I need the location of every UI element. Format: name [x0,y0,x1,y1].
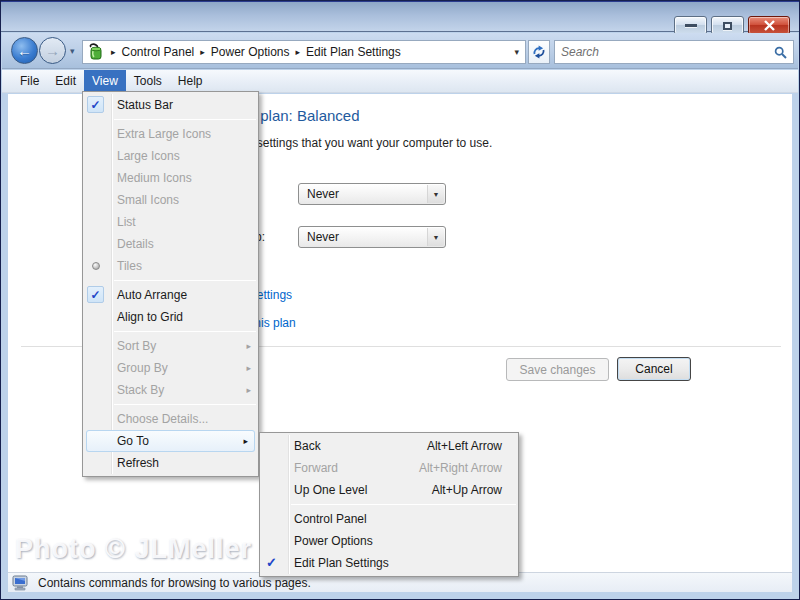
menu-item-label: Medium Icons [117,171,192,185]
submenu-arrow-icon: ▸ [246,379,251,401]
menu-item-label: Sort By [117,339,156,353]
menu-item-label: Extra Large Icons [117,127,211,141]
shortcut-label: Alt+Right Arrow [419,457,502,479]
menu-item-status-bar[interactable]: ✓ Status Bar [83,94,258,116]
menu-item-auto-arrange[interactable]: ✓ Auto Arrange [83,284,258,306]
submenu-item-power-options[interactable]: Power Options [260,530,518,552]
shortcut-label: Alt+Left Arrow [427,435,502,457]
menu-edit[interactable]: Edit [47,70,84,92]
goto-submenu-panel: Back Alt+Left Arrow Forward Alt+Right Ar… [259,432,519,577]
minimize-icon [685,24,697,27]
combo-arrow-icon[interactable]: ▼ [427,228,444,246]
menu-item-label: Forward [294,461,338,475]
navigation-bar: ← → ▾ ▸ Control Panel ▸ Power Options ▸ … [2,33,798,69]
submenu-item-edit-plan-settings[interactable]: ✓ Edit Plan Settings [260,552,518,574]
submenu-item-control-panel[interactable]: Control Panel [260,508,518,530]
maximize-icon [723,22,732,30]
menu-item-label: Choose Details... [117,412,208,426]
menu-separator [114,280,256,281]
selected-value: Never [307,187,339,201]
submenu-arrow-icon: ▸ [246,357,251,379]
menu-item-extra-large-icons: Extra Large Icons [83,123,258,145]
menu-item-sort-by: Sort By ▸ [83,335,258,357]
breadcrumb-separator-icon[interactable]: ▸ [200,47,205,57]
menu-item-choose-details: Choose Details... [83,408,258,430]
menu-item-label: Edit Plan Settings [294,556,389,570]
menu-item-label: Up One Level [294,483,367,497]
menu-item-medium-icons: Medium Icons [83,167,258,189]
menu-item-label: Align to Grid [117,310,183,324]
shortcut-label: Alt+Up Arrow [432,479,502,501]
breadcrumb-control-panel[interactable]: Control Panel [122,45,195,59]
view-menu-panel: ✓ Status Bar Extra Large Icons Large Ico… [82,91,259,477]
status-text: Contains commands for browsing to variou… [38,576,311,590]
breadcrumb-separator-icon[interactable]: ▸ [295,47,300,57]
menu-item-large-icons: Large Icons [83,145,258,167]
submenu-item-forward: Forward Alt+Right Arrow [260,457,518,479]
selected-value: Never [307,230,339,244]
close-icon [763,20,776,31]
breadcrumb-power-options[interactable]: Power Options [211,45,290,59]
menu-item-details: Details [83,233,258,255]
search-box [554,40,794,64]
menu-item-label: Details [117,237,154,251]
menu-separator [291,504,516,505]
search-icon[interactable] [774,46,787,59]
submenu-arrow-icon: ▸ [246,335,251,357]
checkmark-icon: ✓ [266,552,277,574]
submenu-arrow-icon: ▸ [243,430,248,452]
refresh-icon [531,44,547,60]
menu-item-group-by: Group By ▸ [83,357,258,379]
address-dropdown-icon[interactable]: ▾ [514,47,519,57]
menu-item-label: Large Icons [117,149,180,163]
submenu-item-back[interactable]: Back Alt+Left Arrow [260,435,518,457]
radio-selected-icon [92,262,100,270]
menu-item-refresh[interactable]: Refresh [83,452,258,474]
cancel-button[interactable]: Cancel [617,357,691,381]
menu-item-stack-by: Stack By ▸ [83,379,258,401]
back-button[interactable]: ← [11,37,38,64]
computer-icon [12,575,30,591]
photo-watermark: Photo © JLMeller [15,534,252,565]
menu-item-list: List [83,211,258,233]
menu-item-align-to-grid[interactable]: Align to Grid [83,306,258,328]
submenu-item-up-one-level[interactable]: Up One Level Alt+Up Arrow [260,479,518,501]
refresh-button[interactable] [528,40,550,64]
menu-item-label: List [117,215,136,229]
save-changes-button: Save changes [506,358,609,381]
turn-off-display-select[interactable]: Never ▼ [298,183,446,205]
menu-item-label: Go To [117,434,149,448]
forward-button[interactable]: → [39,37,66,64]
title-bar[interactable] [1,1,799,32]
menu-item-label: Control Panel [294,512,367,526]
menu-item-label: Refresh [117,456,159,470]
menu-item-tiles: Tiles [83,255,258,277]
menu-help[interactable]: Help [170,70,211,92]
menu-separator [114,331,256,332]
menu-item-label: Status Bar [117,98,173,112]
search-input[interactable] [561,41,766,63]
menu-item-label: Power Options [294,534,373,548]
menu-separator [114,404,256,405]
menu-item-label: Back [294,439,321,453]
menu-item-label: Small Icons [117,193,179,207]
recent-pages-chevron-icon[interactable]: ▾ [70,46,75,56]
power-options-icon [87,43,105,61]
menu-file[interactable]: File [12,70,47,92]
breadcrumb-separator-icon: ▸ [111,47,116,57]
menu-view[interactable]: View [84,70,126,92]
checkmark-icon: ✓ [87,96,104,113]
menu-tools[interactable]: Tools [126,70,170,92]
menu-item-label: Group By [117,361,168,375]
address-bar[interactable]: ▸ Control Panel ▸ Power Options ▸ Edit P… [82,40,526,64]
menu-bar: File Edit View Tools Help [2,70,798,93]
explorer-window: ← → ▾ ▸ Control Panel ▸ Power Options ▸ … [0,0,800,600]
menu-item-label: Stack By [117,383,164,397]
menu-item-label: Tiles [117,259,142,273]
checkmark-icon: ✓ [87,286,104,303]
menu-item-go-to[interactable]: Go To ▸ [86,430,255,452]
combo-arrow-icon[interactable]: ▼ [427,185,444,203]
breadcrumb-edit-plan-settings[interactable]: Edit Plan Settings [306,45,401,59]
put-computer-sleep-select[interactable]: Never ▼ [298,226,446,248]
menu-separator [114,119,256,120]
